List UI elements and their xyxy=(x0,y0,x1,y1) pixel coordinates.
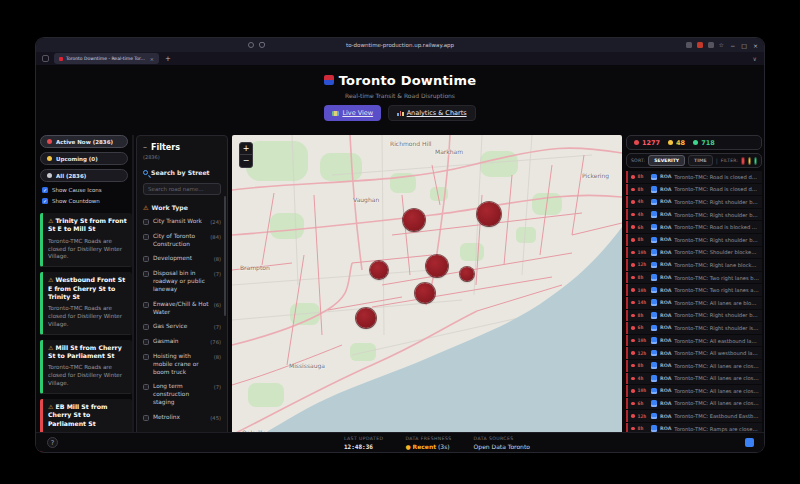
map-zoom-control: + − xyxy=(239,142,253,168)
tab-live-view[interactable]: Live View xyxy=(324,105,381,121)
red-count: 1277 xyxy=(642,139,660,147)
event-row[interactable]: 14h ROA Toronto-TMC: All lanes are block… xyxy=(626,297,762,309)
browser-tab[interactable]: Toronto Downtime - Real-time Tor... × xyxy=(54,53,159,64)
sidebar-scrollbar[interactable] xyxy=(132,135,134,452)
event-card-list: ⚠ Trinity St from Front St E to Mill St … xyxy=(40,213,132,452)
incident-cluster-marker[interactable] xyxy=(426,255,448,277)
incident-cluster-marker[interactable] xyxy=(415,283,435,303)
bookmark-star-icon[interactable]: ☆ xyxy=(719,42,724,48)
checkbox-unchecked-icon[interactable] xyxy=(143,324,149,330)
work-type-option[interactable]: Gasmain (76) xyxy=(143,338,221,346)
firefox-view-icon[interactable] xyxy=(42,55,49,62)
work-type-option[interactable]: City of Toronto Construction (84) xyxy=(143,233,221,249)
event-row[interactable]: 8h ROA Toronto-TMC: All lanes are close.… xyxy=(626,360,762,372)
work-type-option[interactable]: Development (8) xyxy=(143,255,221,263)
checkbox-show-countdown[interactable]: ✓ Show Countdown xyxy=(42,198,132,204)
work-type-option[interactable]: Hoisting with mobile crane or boom truck… xyxy=(143,353,221,376)
checkbox-unchecked-icon[interactable] xyxy=(143,339,149,345)
checkbox-unchecked-icon[interactable] xyxy=(143,256,149,262)
checkbox-unchecked-icon[interactable] xyxy=(143,384,149,390)
extensions-grid-icon[interactable] xyxy=(708,42,714,48)
event-card[interactable]: ⚠ Trinity St from Front St E to Mill St … xyxy=(40,213,132,267)
incident-cluster-marker[interactable] xyxy=(356,308,376,328)
filters-scrollbar[interactable] xyxy=(224,196,226,316)
tab-analytics-charts[interactable]: Analytics & Charts xyxy=(388,105,475,121)
event-row[interactable]: 10h ROA Toronto-TMC: Two right lanes and… xyxy=(626,284,762,296)
url-bar[interactable]: to-downtime-production.up.railway.app xyxy=(346,42,454,48)
event-row[interactable]: 4h ROA Toronto-TMC: Right shoulder blo..… xyxy=(626,196,762,208)
severity-counts-bar: 1277 48 718 xyxy=(626,135,762,150)
work-type-option[interactable]: City Transit Work (24) xyxy=(143,218,221,226)
zoom-out-button[interactable]: − xyxy=(240,155,252,167)
collapse-icon[interactable]: – xyxy=(143,143,147,152)
incident-cluster-marker[interactable] xyxy=(460,267,474,281)
event-row[interactable]: 10h ROA Toronto-TMC: Shoulder blocked d.… xyxy=(626,247,762,259)
event-row[interactable]: 4h ROA Toronto-TMC: All lanes are close.… xyxy=(626,373,762,385)
lock-icon[interactable] xyxy=(259,42,265,48)
checkbox-unchecked-icon[interactable] xyxy=(143,234,149,240)
checkbox-unchecked-icon[interactable] xyxy=(143,302,149,308)
work-type-option[interactable]: Metrolinx (45) xyxy=(143,414,221,422)
sort-time-button[interactable]: TIME xyxy=(688,155,713,166)
event-row[interactable]: 4h ROA Toronto-TMC: Right shoulder blo..… xyxy=(626,209,762,221)
filter-pill-all[interactable]: All (2836) xyxy=(40,169,128,182)
event-row[interactable]: 10h ROA Toronto-TMC: All eastbound lanes… xyxy=(626,335,762,347)
checkbox-unchecked-icon[interactable] xyxy=(143,219,149,225)
filter-green-toggle[interactable] xyxy=(754,157,757,165)
event-row[interactable]: 8h ROA Toronto-TMC: Road is closed due .… xyxy=(626,184,762,196)
list-tabs-chevron-icon[interactable]: ∨ xyxy=(753,55,757,62)
checkbox-unchecked-icon[interactable] xyxy=(143,415,149,421)
window-minimize-button[interactable]: − xyxy=(730,42,735,49)
event-row[interactable]: 8h ROA Toronto-TMC: Two right lanes blo.… xyxy=(626,272,762,284)
event-row[interactable]: 6h ROA Toronto-TMC: Road is blocked du..… xyxy=(626,221,762,233)
event-description: Toronto-TMC Roads are closed for Distill… xyxy=(48,238,128,261)
tracking-shield-icon[interactable] xyxy=(248,42,254,48)
event-row[interactable]: 6h ROA Toronto-TMC: Right shoulder is b.… xyxy=(626,322,762,334)
incident-cluster-marker[interactable] xyxy=(370,261,388,279)
event-countdown: 8h xyxy=(638,363,648,368)
tab-close-icon[interactable]: × xyxy=(150,56,154,62)
filter-pill-upcoming[interactable]: Upcoming (0) xyxy=(40,152,128,165)
event-countdown: 12h xyxy=(638,351,648,356)
event-row[interactable]: 8h ROA Toronto-TMC: Right shoulder blo..… xyxy=(626,234,762,246)
event-text: Toronto-TMC: Road is blocked du... xyxy=(674,224,759,230)
sort-severity-button[interactable]: SEVERITY xyxy=(648,155,685,166)
filter-yellow-toggle[interactable] xyxy=(748,157,751,165)
event-countdown: 10h xyxy=(638,388,648,393)
filter-red-toggle[interactable] xyxy=(741,157,744,165)
new-tab-button[interactable]: + xyxy=(165,55,171,63)
event-row[interactable]: 8h ROA Toronto-TMC: Road is closed due .… xyxy=(626,171,762,183)
event-row[interactable]: 12h ROA Toronto-TMC: All westbound lane.… xyxy=(626,347,762,359)
event-row[interactable]: 12h ROA Toronto-TMC: Right lane blocked … xyxy=(626,259,762,271)
event-type-tag: ROA xyxy=(660,275,671,280)
window-maximize-button[interactable]: □ xyxy=(741,42,747,49)
checkbox-unchecked-icon[interactable] xyxy=(143,354,149,360)
window-close-button[interactable]: × xyxy=(753,42,758,49)
filter-pill-active-now[interactable]: Active Now (2836) xyxy=(40,135,128,148)
event-row[interactable]: 6h ROA Toronto-TMC: All lanes are close.… xyxy=(626,398,762,410)
railway-badge-icon[interactable] xyxy=(745,438,754,447)
zoom-in-button[interactable]: + xyxy=(240,143,252,155)
work-type-option[interactable]: Long term construction staging (7) xyxy=(143,383,221,406)
search-input[interactable] xyxy=(143,183,221,195)
help-button[interactable]: ? xyxy=(47,437,58,448)
work-type-option[interactable]: Gas Service (7) xyxy=(143,323,221,331)
event-card[interactable]: ⚠ Mill St from Cherry St to Parliament S… xyxy=(40,340,132,394)
event-row[interactable]: 8h ROA Toronto-TMC: Right shoulder blo..… xyxy=(626,310,762,322)
event-row[interactable]: 10h ROA Toronto-TMC: All lanes are close… xyxy=(626,385,762,397)
extension-icon[interactable] xyxy=(686,42,692,48)
cause-icon xyxy=(651,337,658,344)
work-type-option-label: Hoisting with mobile crane or boom truck xyxy=(153,353,210,376)
incident-cluster-marker[interactable] xyxy=(477,202,501,226)
leaflet-map[interactable]: Richmond HillMarkhamPickeringVaughanBram… xyxy=(232,135,622,452)
event-card[interactable]: ⚠ Westbound Front St E from Cherry St to… xyxy=(40,272,132,335)
incident-cluster-marker[interactable] xyxy=(403,209,425,231)
extension-flag-icon[interactable] xyxy=(697,42,703,48)
work-type-option[interactable]: Enwave/Chill & Hot Water (6) xyxy=(143,301,221,317)
checkbox-show-cause-icons[interactable]: ✓ Show Cause Icons xyxy=(42,187,132,193)
work-type-option[interactable]: Disposal bin in roadway or public lanewa… xyxy=(143,270,221,293)
event-text: Toronto-TMC: All lanes are block... xyxy=(674,300,759,306)
event-row[interactable]: 12h ROA Toronto-TMC: Eastbound Eastbou..… xyxy=(626,410,762,422)
cause-icon xyxy=(651,350,658,357)
checkbox-unchecked-icon[interactable] xyxy=(143,271,149,277)
